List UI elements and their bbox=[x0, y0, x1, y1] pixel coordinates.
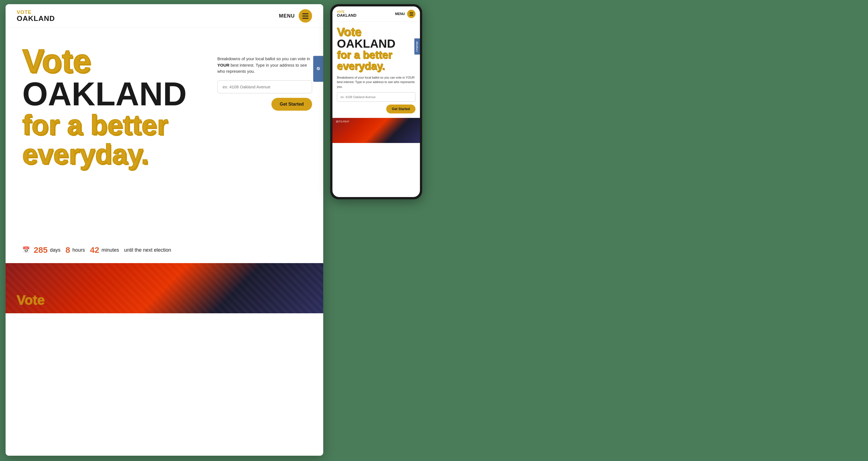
mobile-hero-line-oakland: OAKLAND bbox=[337, 37, 395, 50]
mobile-logo[interactable]: VOTE OAKLAND bbox=[337, 10, 356, 17]
mobile-address-input[interactable] bbox=[337, 92, 415, 102]
hamburger-line-1 bbox=[302, 13, 308, 14]
menu-label: MENU bbox=[279, 13, 295, 19]
mobile-header: VOTE OAKLAND MENU bbox=[333, 6, 420, 22]
mobile-hero-line-sub1: for a better bbox=[337, 49, 392, 61]
countdown-minutes-number: 42 bbox=[90, 245, 99, 255]
desktop-main: ⊘ Language Vote OAKLAND for a better eve… bbox=[6, 28, 323, 237]
hamburger-line-3 bbox=[302, 18, 308, 19]
address-input[interactable] bbox=[217, 80, 312, 93]
hamburger-button[interactable] bbox=[299, 9, 312, 23]
mobile-menu-label: MENU bbox=[395, 12, 405, 16]
mobile-hero-line-vote: Vote bbox=[337, 25, 362, 38]
mobile-hamburger-line-1 bbox=[410, 12, 413, 13]
language-tab[interactable]: ⊘ Language bbox=[313, 56, 323, 82]
hero-line-for-a-better: for a better bbox=[22, 111, 209, 140]
bottom-image-vote-text: Vote bbox=[17, 293, 44, 308]
hero-line-vote: Vote bbox=[22, 44, 209, 78]
countdown-days-label: days bbox=[50, 247, 60, 253]
mobile-social-tag: @ITS.FEAT bbox=[336, 120, 349, 123]
hamburger-line-2 bbox=[302, 16, 308, 17]
countdown-days-number: 285 bbox=[34, 245, 48, 255]
countdown-bar: 📅 285 days 8 hours 42 minutes until the … bbox=[6, 237, 323, 263]
countdown-hours-label: hours bbox=[72, 247, 85, 253]
hero-desc-bold: YOUR bbox=[217, 63, 229, 67]
mobile-logo-oakland: OAKLAND bbox=[337, 13, 356, 17]
mobile-language-tab[interactable]: Language bbox=[414, 38, 420, 55]
desktop-header: VOTE OAKLAND MENU bbox=[6, 4, 323, 28]
mobile-content: Language Vote OAKLAND for a better every… bbox=[333, 22, 420, 118]
get-started-button[interactable]: Get Started bbox=[271, 98, 312, 111]
mobile-hero-line-sub2: everyday. bbox=[337, 60, 385, 72]
globe-icon: ⊘ bbox=[315, 67, 321, 70]
mobile-hamburger-button[interactable] bbox=[407, 10, 415, 18]
hero-line-oakland: OAKLAND bbox=[22, 78, 209, 111]
hero-description: Breakdowns of your local ballot so you c… bbox=[217, 56, 312, 75]
mobile-language-label: Language bbox=[415, 41, 418, 52]
countdown-minutes-label: minutes bbox=[101, 247, 119, 253]
mobile-get-started-button[interactable]: Get Started bbox=[386, 104, 415, 114]
mobile-nav-right: MENU bbox=[395, 10, 415, 18]
bottom-graffiti-overlay bbox=[6, 263, 323, 313]
hero-sidebar: Breakdowns of your local ballot so you c… bbox=[217, 44, 312, 226]
mobile-hero-description: Breakdowns of your local ballot so you c… bbox=[337, 75, 415, 89]
desktop-browser-window: VOTE OAKLAND MENU ⊘ Language Vote OAKLAN… bbox=[6, 4, 323, 456]
countdown-hours-number: 8 bbox=[65, 245, 70, 255]
mobile-bottom-image: @ITS.FEAT bbox=[333, 118, 420, 143]
mobile-hamburger-line-2 bbox=[410, 14, 413, 14]
mobile-screen: VOTE OAKLAND MENU Language Vote OAKLAND … bbox=[333, 6, 420, 197]
mobile-hamburger-line-3 bbox=[410, 15, 413, 16]
nav-right: MENU bbox=[279, 9, 312, 23]
hero-line-everyday: everyday. bbox=[22, 140, 209, 169]
language-label: Language bbox=[322, 60, 323, 77]
hero-text: Vote OAKLAND for a better everyday. bbox=[22, 44, 217, 226]
calendar-icon: 📅 bbox=[22, 246, 30, 254]
bottom-image-strip: Vote bbox=[6, 263, 323, 313]
mobile-browser-window: VOTE OAKLAND MENU Language Vote OAKLAND … bbox=[330, 4, 422, 199]
logo[interactable]: VOTE OAKLAND bbox=[17, 10, 55, 22]
countdown-until: until the next election bbox=[124, 247, 171, 253]
logo-oakland: OAKLAND bbox=[17, 15, 55, 22]
